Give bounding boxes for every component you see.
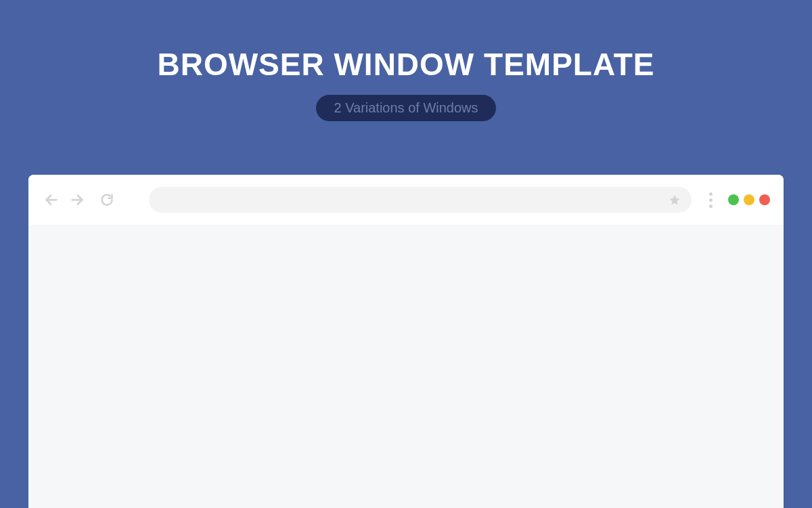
- subtitle-badge: 2 Variations of Windows: [316, 95, 495, 121]
- bookmark-star-icon[interactable]: [669, 194, 681, 206]
- browser-window: [28, 175, 784, 508]
- maximize-button[interactable]: [744, 194, 754, 205]
- close-button[interactable]: [759, 194, 770, 205]
- back-icon[interactable]: [42, 190, 61, 209]
- address-bar[interactable]: [149, 187, 692, 213]
- forward-icon[interactable]: [68, 190, 87, 209]
- browser-toolbar: [28, 175, 784, 225]
- browser-content-area: [28, 225, 784, 508]
- reload-icon[interactable]: [97, 190, 116, 209]
- more-menu-icon[interactable]: [704, 192, 717, 208]
- page-title: BROWSER WINDOW TEMPLATE: [0, 46, 812, 83]
- minimize-button[interactable]: [728, 194, 739, 205]
- window-controls: [728, 194, 770, 205]
